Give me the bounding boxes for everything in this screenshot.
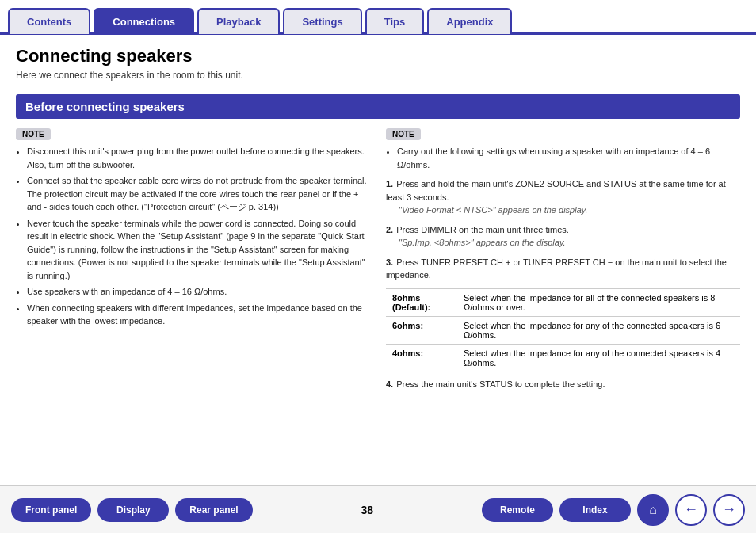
front-panel-button[interactable]: Front panel [11,498,91,522]
step-2-sub: "Sp.Imp. <8ohms>" appears on the display… [399,236,740,249]
step-1-number: 1. [386,179,393,188]
step-2-number: 2. [386,225,393,234]
display-button[interactable]: Display [97,498,169,522]
right-note-label: NOTE [386,128,421,140]
tab-playback[interactable]: Playback [197,8,280,34]
page-number: 38 [361,504,374,516]
back-icon: ← [684,501,698,518]
step-1-text: Press and hold the main unit's ZONE2 SOU… [386,179,726,202]
back-button[interactable]: ← [675,494,707,526]
page-title: Connecting speakers [16,46,740,67]
bottom-nav-left: Front panel Display Rear panel [11,498,253,522]
right-column: NOTE Carry out the following settings wh… [386,128,740,397]
right-note-intro: Carry out the following settings when us… [397,145,740,171]
tab-connections[interactable]: Connections [94,8,194,34]
impedance-6ohms-label: 6ohms: [386,316,457,344]
steps-container: 1.Press and hold the main unit's ZONE2 S… [386,177,740,282]
step-3-text: Press TUNER PRESET CH + or TUNER PRESET … [386,257,727,280]
section-header: Before connecting speakers [16,94,740,119]
left-note-label: NOTE [16,128,51,140]
step-3-number: 3. [386,257,393,267]
table-row: 8ohms (Default): Select when the impedan… [386,288,740,316]
forward-button[interactable]: → [713,494,745,526]
tab-tips[interactable]: Tips [365,8,425,34]
list-item: When connecting speakers with different … [27,302,370,328]
tab-contents[interactable]: Contents [8,8,90,34]
step-1: 1.Press and hold the main unit's ZONE2 S… [386,177,740,217]
top-navigation: Contents Connections Playback Settings T… [0,0,756,35]
step-3: 3.Press TUNER PRESET CH + or TUNER PRESE… [386,256,740,282]
left-note-list: Disconnect this unit's power plug from t… [16,145,370,328]
tab-appendix[interactable]: Appendix [427,8,512,34]
bottom-nav-right: Remote Index ⌂ ← → [482,494,745,526]
table-row: 6ohms: Select when the impedance for any… [386,316,740,344]
list-item: Use speakers with an impedance of 4 – 16… [27,285,370,299]
rear-panel-button[interactable]: Rear panel [175,498,252,522]
forward-icon: → [722,501,736,518]
left-column: NOTE Disconnect this unit's power plug f… [16,128,370,397]
step-1-sub: "Video Format < NTSC>" appears on the di… [399,204,740,217]
index-button[interactable]: Index [559,498,631,522]
main-content: Connecting speakers Here we connect the … [0,35,756,405]
list-item: Connect so that the speaker cable core w… [27,174,370,214]
home-icon: ⌂ [649,503,657,517]
step-4-number: 4. [386,379,393,389]
list-item: Disconnect this unit's power plug from t… [27,145,370,171]
remote-button[interactable]: Remote [482,498,553,522]
tab-settings[interactable]: Settings [283,8,361,34]
impedance-8ohms-label: 8ohms (Default): [386,288,457,316]
step-4: 4.Press the main unit's STATUS to comple… [386,378,740,391]
impedance-4ohms-desc: Select when the impedance for any of the… [457,344,740,371]
list-item: Never touch the speaker terminals while … [27,217,370,283]
impedance-6ohms-desc: Select when the impedance for any of the… [457,316,740,344]
page-subtitle: Here we connect the speakers in the room… [16,70,740,86]
impedance-table: 8ohms (Default): Select when the impedan… [386,288,740,371]
step-4-text: Press the main unit's STATUS to complete… [396,379,605,389]
two-column-layout: NOTE Disconnect this unit's power plug f… [16,128,740,397]
step-2: 2.Press DIMMER on the main unit three ti… [386,223,740,249]
home-button[interactable]: ⌂ [637,494,669,526]
step-2-text: Press DIMMER on the main unit three time… [396,225,569,234]
table-row: 4ohms: Select when the impedance for any… [386,344,740,371]
impedance-4ohms-label: 4ohms: [386,344,457,371]
impedance-8ohms-desc: Select when the impedance for all of the… [457,288,740,316]
bottom-navigation: Front panel Display Rear panel 38 Remote… [0,485,756,533]
